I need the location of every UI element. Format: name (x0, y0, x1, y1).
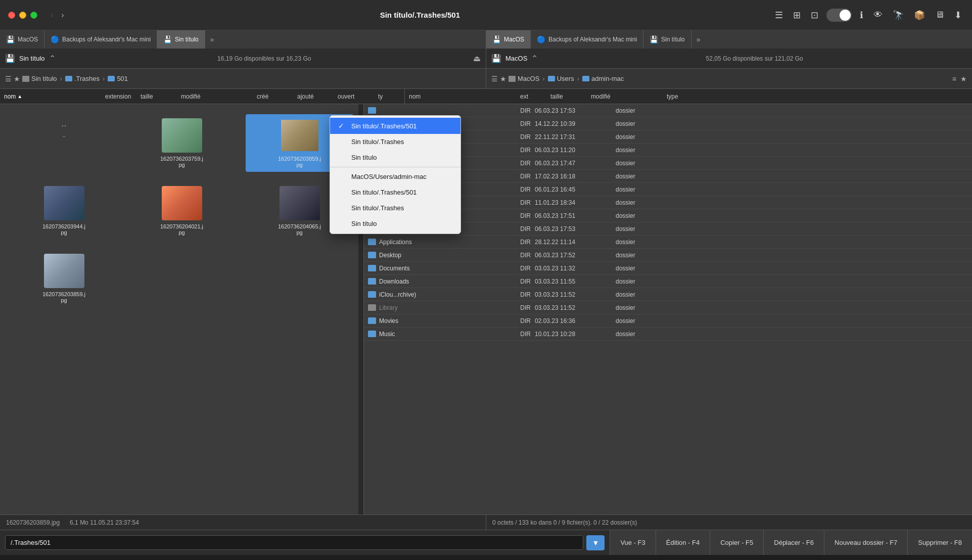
list-item[interactable]: 1620736204021.jpg (128, 182, 236, 240)
dropdown-item[interactable]: Sin título/.Trashes/501 (330, 184, 460, 200)
right-view-btn[interactable]: ≡ (952, 75, 956, 83)
supprimer-button[interactable]: Supprimer - F8 (907, 530, 972, 555)
dropdown-item-label: Sin título/.Trashes (351, 204, 404, 212)
table-row[interactable]: Applications DIR 28.12.22 11:14 dossier (364, 236, 972, 249)
left-status-bar: 1620736203859.jpg 6,1 Mo 11.05.21 23:37:… (0, 515, 486, 530)
row-size: DIR (494, 107, 535, 114)
table-row[interactable]: Library DIR 03.03.23 11:52 dossier (364, 301, 972, 314)
col-header-nom[interactable]: nom ▲ (0, 93, 101, 100)
list-item[interactable]: 1620736203859.jpg (10, 250, 118, 307)
close-button[interactable] (8, 12, 15, 19)
nouveau-dossier-button[interactable]: Nouveau dossier - F7 (824, 530, 907, 555)
row-modified: 06.03.23 17:51 (535, 212, 616, 219)
vue-button[interactable]: Vue - F3 (610, 530, 655, 555)
right-list-view-btn[interactable]: ☰ (491, 75, 498, 83)
right-disk-selector[interactable]: ⌃ (531, 54, 538, 63)
dropdown-item[interactable]: Sin título/.Trashes (330, 134, 460, 150)
view-toggle[interactable] (826, 9, 852, 22)
r-path-segment-macos[interactable]: MacOS (508, 75, 539, 82)
deplacer-button[interactable]: Déplacer - F6 (763, 530, 824, 555)
tab-label: MacOS (18, 36, 38, 43)
back-button[interactable]: ‹ (48, 10, 56, 21)
dropdown-item[interactable]: Sin título (330, 216, 460, 231)
col-header-taille[interactable]: taille (136, 93, 177, 100)
table-row[interactable]: Movies DIR 02.03.23 16:36 dossier (364, 314, 972, 328)
grid-view-icon[interactable]: ⊡ (809, 8, 820, 23)
forward-button[interactable]: › (58, 10, 67, 21)
table-row[interactable]: Documents DIR 03.03.23 11:32 dossier (364, 262, 972, 275)
col-header-cree[interactable]: créé (253, 93, 293, 100)
left-disk-selector[interactable]: ⌃ (49, 54, 56, 63)
detail-view-icon[interactable]: ⊞ (791, 8, 803, 23)
col-header-modifie[interactable]: modifié (177, 93, 253, 100)
row-type: dossier (616, 173, 656, 180)
tab-left-sintitulo[interactable]: 💾 Sin título (157, 30, 205, 49)
col-header-ouvert[interactable]: ouvert (334, 93, 374, 100)
status-bars: 1620736203859.jpg 6,1 Mo 11.05.21 23:37:… (0, 515, 972, 530)
row-type: dossier (616, 133, 656, 141)
right-path-icons: ≡ ★ (952, 75, 967, 83)
list-item[interactable]: .. .. (10, 114, 118, 172)
list-view-icon[interactable]: ☰ (773, 8, 785, 23)
minimize-button[interactable] (19, 12, 26, 19)
drive-icon[interactable]: 🖥 (933, 8, 946, 22)
r-col-header-taille[interactable]: taille (546, 93, 587, 100)
tab-left-macos[interactable]: 💾 MacOS (0, 30, 44, 49)
r-col-header-nom[interactable]: nom (405, 93, 516, 100)
edition-button[interactable]: Édition - F4 (656, 530, 710, 555)
tab-right-sintitulo[interactable]: 💾 Sin título (643, 30, 691, 49)
r-backup-icon: 🔵 (537, 35, 545, 43)
dropdown-item-label: Sin título/.Trashes/501 (351, 189, 417, 196)
path-segment-drive[interactable]: Sin título (22, 75, 57, 82)
tab-left-backups[interactable]: 🔵 Backups of Aleksandr's Mac mini (44, 30, 157, 49)
left-tabs-more-button[interactable]: » (205, 35, 219, 43)
r-path-segment-users[interactable]: Users (548, 75, 574, 82)
maximize-button[interactable] (30, 12, 37, 19)
col-header-type[interactable]: ty (374, 93, 404, 100)
left-eject-button[interactable]: ⏏ (473, 54, 481, 63)
r-col-header-modifie[interactable]: modifié (587, 93, 663, 100)
go-button[interactable]: ▼ (586, 535, 605, 550)
dropdown-item[interactable]: Sin título (330, 150, 460, 165)
list-item[interactable]: 1620736203759.jpg (128, 114, 236, 172)
row-name: Applications (368, 239, 469, 246)
dropdown-item[interactable]: Sin título/.Trashes (330, 200, 460, 216)
binoculars-icon[interactable]: 🔭 (891, 8, 906, 23)
tab-right-macos[interactable]: 💾 MacOS (486, 30, 531, 49)
left-bookmark-btn[interactable]: ★ (14, 75, 20, 83)
r-col-header-ext[interactable]: ext (516, 93, 546, 100)
table-row[interactable]: Desktop DIR 06.03.23 17:52 dossier (364, 249, 972, 262)
path-segment-501[interactable]: 501 (108, 75, 128, 82)
command-input[interactable] (5, 535, 583, 550)
right-star-btn[interactable]: ★ (960, 75, 967, 83)
r-path-segment-label: Users (557, 75, 574, 82)
right-drive-name: MacOS (505, 55, 527, 62)
tab-right-backups[interactable]: 🔵 Backups of Aleksandr's Mac mini (531, 30, 643, 49)
col-header-ajoute[interactable]: ajouté (293, 93, 334, 100)
col-header-ext[interactable]: extension (101, 93, 136, 100)
right-pane-tabs: 💾 MacOS 🔵 Backups of Aleksandr's Mac min… (486, 30, 972, 49)
right-tabs-more-button[interactable]: » (691, 35, 706, 43)
compress-icon[interactable]: 📦 (912, 8, 927, 23)
row-modified: 03.03.23 11:52 (535, 304, 616, 311)
table-row[interactable]: Downloads DIR 03.03.23 11:55 dossier (364, 275, 972, 288)
r-drive-icon2: 💾 (650, 35, 658, 43)
download-icon[interactable]: ⬇ (952, 8, 964, 23)
info-icon[interactable]: ℹ (858, 8, 865, 23)
r-path-segment-admin[interactable]: admin-mac (582, 75, 624, 82)
row-size: DIR (494, 265, 535, 272)
r-col-header-type[interactable]: type (663, 93, 703, 100)
table-row[interactable]: Music DIR 10.01.23 10:28 dossier (364, 328, 972, 341)
copier-button[interactable]: Copier - F5 (710, 530, 763, 555)
table-row[interactable]: iClou...rchive) DIR 03.03.23 11:52 dossi… (364, 288, 972, 301)
right-bookmark-btn[interactable]: ★ (500, 75, 506, 83)
eye-icon[interactable]: 👁 (871, 8, 885, 22)
list-item[interactable]: 1620736203944.jpg (10, 182, 118, 240)
col-ajoute-label: ajouté (297, 93, 314, 100)
dropdown-item[interactable]: MacOS/Users/admin-mac (330, 169, 460, 184)
row-type: dossier (616, 186, 656, 193)
left-list-view-btn[interactable]: ☰ (5, 75, 12, 83)
path-segment-trashes[interactable]: .Trashes (65, 75, 100, 82)
dropdown-item[interactable]: ✓ Sin título/.Trashes/501 (330, 118, 460, 134)
r-path-arrow-1: › (542, 75, 544, 82)
